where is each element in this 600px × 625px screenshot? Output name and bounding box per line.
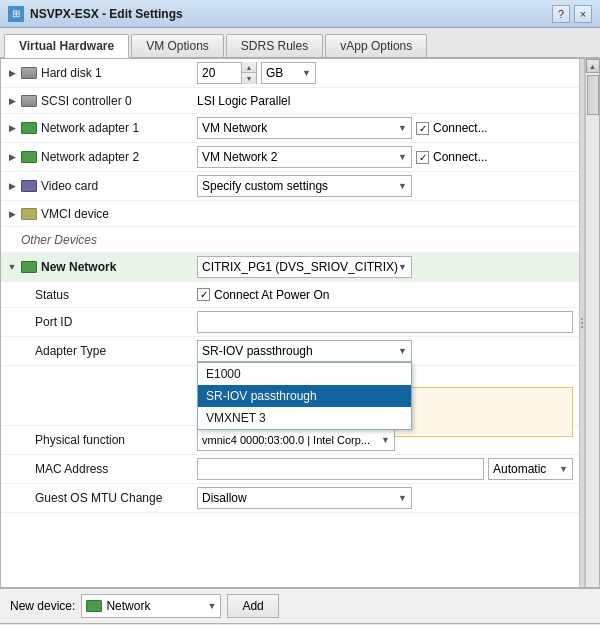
other-devices-name: Other Devices (21, 233, 97, 247)
port-id-text: Port ID (35, 315, 72, 329)
hard-disk-spin-up[interactable]: ▲ (242, 62, 256, 73)
new-device-area: New device: Network ▼ Add (10, 594, 279, 618)
status-checkbox[interactable]: ✓ (197, 288, 210, 301)
guest-mtu-text: Guest OS MTU Change (35, 491, 162, 505)
hard-disk-unit-select[interactable]: GB ▼ (261, 62, 316, 84)
adapter-option-sriov[interactable]: SR-IOV passthrough (198, 385, 411, 407)
net-adapter-2-value: VM Network 2 ▼ ✓ Connect... (197, 146, 573, 168)
physical-function-row: Physical function vmnic4 0000:03:00.0 | … (1, 426, 579, 455)
physical-function-label: Physical function (7, 433, 197, 447)
net-adapter-1-label: ▶ Network adapter 1 (7, 121, 197, 135)
video-card-select[interactable]: Specify custom settings ▼ (197, 175, 412, 197)
hard-disk-label: ▶ Hard disk 1 (7, 66, 197, 80)
new-device-arrow: ▼ (207, 601, 216, 611)
adapter-type-label: Adapter Type (7, 344, 197, 358)
physical-function-select[interactable]: vmnic4 0000:03:00.0 | Intel Corp... ▼ (197, 429, 395, 451)
vmci-expand[interactable]: ▶ (7, 209, 17, 219)
new-network-expand[interactable]: ▼ (7, 262, 17, 272)
mac-address-mode-arrow: ▼ (559, 464, 568, 474)
scsi-expand[interactable]: ▶ (7, 96, 17, 106)
video-card-name: Video card (41, 179, 98, 193)
hard-disk-spinbox[interactable]: ▲ ▼ (197, 62, 257, 84)
adapter-type-arrow: ▼ (398, 346, 407, 356)
mac-address-mode-value: Automatic (493, 462, 546, 476)
scroll-thumb[interactable] (587, 75, 599, 115)
status-connect-text: Connect At Power On (214, 288, 329, 302)
port-id-input[interactable] (197, 311, 573, 333)
hdd-icon (21, 67, 37, 79)
video-card-icon (21, 180, 37, 192)
net-adapter-1-arrow: ▼ (398, 123, 407, 133)
net-adapter-2-expand[interactable]: ▶ (7, 152, 17, 162)
video-card-label: ▶ Video card (7, 179, 197, 193)
adapter-option-e1000[interactable]: E1000 (198, 363, 411, 385)
hard-disk-input[interactable] (198, 66, 241, 80)
guest-mtu-row: Guest OS MTU Change Disallow ▼ (1, 484, 579, 513)
net-adapter-1-value: VM Network ▼ ✓ Connect... (197, 117, 573, 139)
adapter-type-row: Adapter Type SR-IOV passthrough ▼ E1000 … (1, 337, 579, 366)
scsi-row: ▶ SCSI controller 0 LSI Logic Parallel (1, 88, 579, 114)
vmci-icon (21, 208, 37, 220)
other-devices-row: Other Devices (1, 227, 579, 253)
mac-address-input[interactable] (197, 458, 484, 480)
adapter-type-select-value: SR-IOV passthrough (202, 344, 313, 358)
new-device-label: New device: (10, 599, 75, 613)
adapter-type-dropdown-menu: E1000 SR-IOV passthrough VMXNET 3 (197, 362, 412, 430)
video-card-select-value: Specify custom settings (202, 179, 328, 193)
physical-function-text: Physical function (35, 433, 125, 447)
net-adapter-2-label: ▶ Network adapter 2 (7, 150, 197, 164)
status-value: ✓ Connect At Power On (197, 288, 573, 302)
status-checkbox-wrapper: ✓ Connect At Power On (197, 288, 329, 302)
net-adapter-1-expand[interactable]: ▶ (7, 123, 17, 133)
new-device-value: Network (106, 599, 150, 613)
scsi-icon (21, 95, 37, 107)
net-adapter-2-connect-wrapper: ✓ Connect... (416, 150, 488, 164)
new-network-value: CITRIX_PG1 (DVS_SRIOV_CITRIX) ▼ (197, 256, 573, 278)
net-adapter-1-checkbox[interactable]: ✓ (416, 122, 429, 135)
adapter-type-value: SR-IOV passthrough ▼ E1000 SR-IOV passth… (197, 340, 573, 362)
tab-vm-options[interactable]: VM Options (131, 34, 224, 57)
main-content: ▶ Hard disk 1 ▲ ▼ GB ▼ (0, 58, 600, 588)
scsi-value: LSI Logic Parallel (197, 94, 573, 108)
net-adapter-2-name: Network adapter 2 (41, 150, 139, 164)
net-adapter-2-select-value: VM Network 2 (202, 150, 277, 164)
hard-disk-value: ▲ ▼ GB ▼ (197, 62, 573, 84)
hard-disk-row: ▶ Hard disk 1 ▲ ▼ GB ▼ (1, 59, 579, 88)
net-adapter-2-select[interactable]: VM Network 2 ▼ (197, 146, 412, 168)
video-card-expand[interactable]: ▶ (7, 181, 17, 191)
scsi-label: ▶ SCSI controller 0 (7, 94, 197, 108)
adapter-option-vmxnet3[interactable]: VMXNET 3 (198, 407, 411, 429)
net-adapter-1-select[interactable]: VM Network ▼ (197, 117, 412, 139)
net-adapter-2-icon (21, 151, 37, 163)
tab-virtual-hardware[interactable]: Virtual Hardware (4, 34, 129, 58)
net-adapter-2-connect-label: Connect... (433, 150, 488, 164)
hard-disk-expand[interactable]: ▶ (7, 68, 17, 78)
net-adapter-2-checkbox[interactable]: ✓ (416, 151, 429, 164)
mac-address-row: MAC Address Automatic ▼ (1, 455, 579, 484)
adapter-type-select[interactable]: SR-IOV passthrough ▼ (197, 340, 412, 362)
close-button[interactable]: × (574, 5, 592, 23)
port-id-value (197, 311, 573, 333)
hard-disk-unit-arrow: ▼ (302, 68, 311, 78)
help-button[interactable]: ? (552, 5, 570, 23)
video-card-row: ▶ Video card Specify custom settings ▼ (1, 172, 579, 201)
mac-address-mode-select[interactable]: Automatic ▼ (488, 458, 573, 480)
tab-sdrs-rules[interactable]: SDRS Rules (226, 34, 323, 57)
net-adapter-1-connect-label: Connect... (433, 121, 488, 135)
new-network-select[interactable]: CITRIX_PG1 (DVS_SRIOV_CITRIX) ▼ (197, 256, 412, 278)
scroll-up-button[interactable]: ▲ (586, 59, 600, 73)
net-adapter-1-icon (21, 122, 37, 134)
adapter-type-dropdown-container: SR-IOV passthrough ▼ E1000 SR-IOV passth… (197, 340, 417, 362)
splitter-dot-2 (581, 322, 583, 324)
video-card-value: Specify custom settings ▼ (197, 175, 573, 197)
new-device-select[interactable]: Network ▼ (81, 594, 221, 618)
add-button[interactable]: Add (227, 594, 278, 618)
hard-disk-spin-down[interactable]: ▼ (242, 73, 256, 84)
guest-mtu-label: Guest OS MTU Change (7, 491, 197, 505)
new-device-icon (86, 600, 102, 612)
scrollbar: ▲ (585, 59, 599, 587)
tabs-bar: Virtual Hardware VM Options SDRS Rules v… (0, 28, 600, 58)
guest-mtu-select[interactable]: Disallow ▼ (197, 487, 412, 509)
tab-vapp-options[interactable]: vApp Options (325, 34, 427, 57)
scsi-name: SCSI controller 0 (41, 94, 132, 108)
